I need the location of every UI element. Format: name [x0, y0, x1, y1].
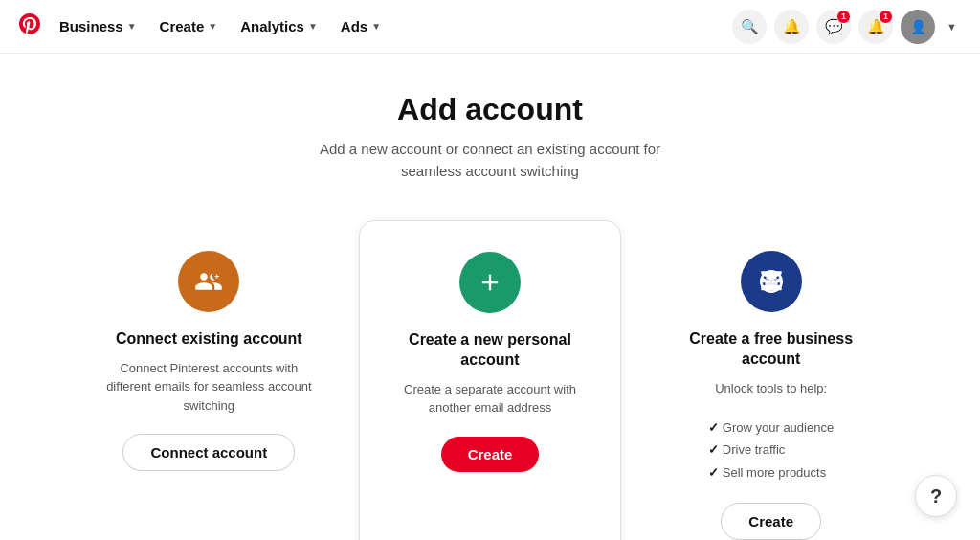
create-business-icon	[741, 251, 802, 312]
cards-container: + Connect existing account Connect Pinte…	[78, 220, 902, 540]
create-personal-title: Create a new personal account	[383, 330, 598, 371]
benefit-1: Grow your audience	[708, 416, 834, 439]
create-chevron-icon: ▼	[208, 21, 217, 32]
nav-create[interactable]: Create ▼	[150, 12, 228, 40]
connect-existing-desc: Connect Pinterest accounts with differen…	[101, 359, 317, 416]
navbar: Business ▼ Create ▼ Analytics ▼ Ads ▼ 🔍 …	[0, 0, 980, 54]
create-personal-button[interactable]: Create	[441, 437, 540, 472]
benefit-2: Drive traffic	[708, 439, 834, 461]
create-business-card: Create a free business account Unlock to…	[640, 220, 902, 540]
connect-account-button[interactable]: Connect account	[122, 434, 295, 471]
connect-existing-icon: +	[178, 251, 239, 312]
nav-ads[interactable]: Ads ▼	[331, 12, 390, 40]
page-subtitle: Add a new account or connect an existing…	[78, 139, 902, 182]
connect-existing-title: Connect existing account	[116, 329, 302, 349]
search-button[interactable]: 🔍	[732, 10, 767, 44]
nav-business[interactable]: Business ▼	[50, 12, 146, 40]
create-personal-desc: Create a separate account with another e…	[383, 380, 598, 417]
notifications-button[interactable]: 🔔	[774, 10, 809, 44]
create-business-button[interactable]: Create	[721, 503, 821, 540]
nav-business-label: Business	[59, 18, 123, 34]
search-icon: 🔍	[741, 18, 759, 35]
main-content: Add account Add a new account or connect…	[59, 54, 921, 540]
pinterest-logo[interactable]	[19, 13, 40, 40]
help-icon: ?	[930, 485, 942, 507]
nav-create-label: Create	[160, 18, 205, 34]
create-business-title: Create a free business account	[663, 329, 879, 370]
avatar-initials: 👤	[910, 19, 926, 34]
benefit-3: Sell more products	[708, 461, 834, 484]
bell-icon: 🔔	[783, 18, 801, 35]
nav-left: Business ▼ Create ▼ Analytics ▼ Ads ▼	[19, 12, 390, 40]
create-personal-card: Create a new personal account Create a s…	[359, 220, 622, 540]
alerts-badge: 1	[879, 10, 893, 24]
business-chevron-icon: ▼	[127, 21, 137, 32]
avatar[interactable]: 👤	[901, 10, 935, 44]
nav-analytics[interactable]: Analytics ▼	[231, 12, 327, 40]
svg-text:+: +	[215, 272, 220, 281]
connect-existing-card: + Connect existing account Connect Pinte…	[78, 220, 340, 540]
nav-ads-label: Ads	[341, 18, 368, 34]
messages-button[interactable]: 💬 1	[816, 10, 851, 44]
unlock-intro: Unlock tools to help:	[715, 379, 827, 398]
ads-chevron-icon: ▼	[371, 21, 381, 32]
analytics-chevron-icon: ▼	[308, 21, 318, 32]
benefits-list: Grow your audience Drive traffic Sell mo…	[708, 416, 834, 484]
nav-right: 🔍 🔔 💬 1 🔔 1 👤 ▼	[732, 10, 961, 44]
svg-rect-2	[765, 281, 777, 291]
create-personal-icon	[459, 252, 521, 313]
alerts-button[interactable]: 🔔 1	[858, 10, 893, 44]
nav-analytics-label: Analytics	[240, 18, 304, 34]
account-expand-icon[interactable]: ▼	[943, 17, 961, 36]
help-bubble[interactable]: ?	[915, 475, 957, 517]
messages-badge: 1	[836, 10, 851, 24]
page-title: Add account	[78, 92, 902, 127]
